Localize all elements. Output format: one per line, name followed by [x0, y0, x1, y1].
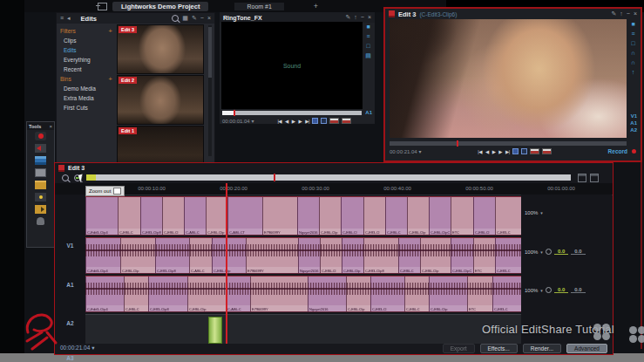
favorites-tool-icon[interactable]: [35, 193, 46, 201]
timeline-clip[interactable]: C-E80-Clip: [212, 238, 247, 273]
sidebar-item-first-cuts[interactable]: First Cuts: [57, 103, 116, 113]
timeline-clip[interactable]: C-E80-Clip: [342, 238, 363, 273]
back-icon[interactable]: ◂: [67, 14, 71, 23]
transport-button[interactable]: ▶: [492, 149, 496, 154]
transport-button[interactable]: ◀: [485, 149, 489, 154]
pan-knob-icon[interactable]: [546, 249, 552, 255]
timeline-timecode[interactable]: 00:00:21.04: [60, 345, 90, 351]
transport-button[interactable]: ▶: [292, 119, 295, 124]
source-video-area[interactable]: Sound: [221, 22, 363, 109]
footer-button-export[interactable]: Export: [443, 344, 475, 353]
folder-tool-icon[interactable]: [35, 181, 46, 189]
grid-view-icon[interactable]: ▦: [182, 14, 188, 23]
timeline-clip[interactable]: C-E80-C: [385, 197, 407, 235]
timeline-clip[interactable]: C-E80-Clip: [407, 197, 429, 235]
view-range-marker[interactable]: [86, 174, 96, 181]
record-label[interactable]: Record: [608, 148, 627, 154]
sidebar-item-demo-media[interactable]: Demo Media: [57, 84, 116, 93]
popout-icon[interactable]: ↑: [620, 10, 623, 18]
export-folder-tool-icon[interactable]: [35, 205, 46, 214]
share-icon[interactable]: ↑: [632, 69, 635, 76]
mark-out-icon[interactable]: [542, 148, 552, 154]
record-icon[interactable]: [632, 149, 636, 154]
edit-icon[interactable]: ✎: [192, 14, 197, 23]
close-icon[interactable]: ×: [634, 10, 637, 18]
timeline-clip[interactable]: C-E83-C: [495, 238, 521, 273]
mark-in-icon[interactable]: [329, 118, 339, 124]
sidebar-item-clips[interactable]: Clips: [57, 36, 116, 45]
transport-button[interactable]: ◀: [285, 119, 288, 124]
timeline-clip[interactable]: C-E80-C: [404, 277, 429, 311]
chevron-down-icon[interactable]: ▾: [92, 345, 94, 351]
timeline-clip[interactable]: E796699Y: [250, 277, 308, 311]
track-label-v1[interactable]: V1: [55, 242, 85, 249]
timeline-clip[interactable]: C-E80-C: [124, 277, 148, 311]
track-label-a3[interactable]: A3: [55, 355, 85, 361]
timeline-clip[interactable]: C-A80-C: [226, 277, 250, 311]
loop-icon[interactable]: ∩: [631, 50, 635, 57]
transport-button[interactable]: ▶|: [305, 119, 309, 124]
room-tab[interactable]: Room #1: [234, 3, 283, 10]
source-scrub-bar[interactable]: [222, 111, 362, 115]
search-icon[interactable]: [172, 15, 179, 22]
menu-icon[interactable]: ≡: [60, 14, 64, 23]
timeline-clip[interactable]: C-E80-Cl: [473, 197, 495, 235]
user-tool-icon[interactable]: [37, 217, 44, 225]
footer-button-effects[interactable]: Effects...: [480, 344, 518, 353]
timeline-clip[interactable]: C-E80-Cl: [162, 197, 184, 235]
level-a1-right[interactable]: 0.0: [571, 249, 585, 255]
playhead-marker[interactable]: [234, 110, 235, 116]
timeline-clip-green[interactable]: [208, 317, 222, 344]
pan-knob-icon[interactable]: [546, 287, 552, 293]
minimize-icon[interactable]: −: [361, 13, 364, 22]
minimize-icon[interactable]: −: [627, 10, 630, 18]
timeline-clip[interactable]: C-E80-Clip: [429, 277, 467, 311]
record-tool-icon[interactable]: [35, 132, 46, 140]
track-badge-a2[interactable]: A2: [630, 127, 637, 133]
sidebar-item-filters[interactable]: Filters+: [57, 26, 116, 36]
add-room-button[interactable]: +: [314, 2, 318, 10]
program-scrub-bar[interactable]: [390, 141, 627, 146]
timeline-clip[interactable]: C-E80-C: [118, 197, 139, 235]
folder-icon[interactable]: ■: [366, 24, 369, 31]
gain-value-a1[interactable]: 100%: [525, 249, 538, 255]
sidebar-item-extra-media[interactable]: Extra Media: [57, 93, 116, 103]
sidebar-item-bins[interactable]: Bins+: [57, 74, 116, 84]
timeline-clip[interactable]: C-E83-Clip8: [155, 238, 190, 273]
timeline-clip[interactable]: ETC: [473, 238, 495, 273]
gain-value-v1[interactable]: 100%: [525, 210, 538, 215]
sidebar-item-everything[interactable]: Everything: [57, 55, 116, 65]
timeline-overview-bar[interactable]: [86, 174, 571, 181]
level-a2-right[interactable]: 0.0: [571, 287, 585, 293]
mark-toggle-icon[interactable]: [512, 148, 519, 154]
folder-icon[interactable]: ■: [631, 21, 634, 28]
edit-icon[interactable]: ✎: [611, 10, 616, 18]
timeline-clip[interactable]: Nguyet2016: [298, 238, 320, 273]
timeline-clip[interactable]: E796699Y: [246, 238, 297, 273]
timeline-playhead[interactable]: [226, 183, 227, 344]
gain-value-a2[interactable]: 100%: [525, 288, 538, 293]
chevron-down-icon[interactable]: ▾: [540, 249, 543, 255]
transport-button[interactable]: ▶: [299, 119, 302, 124]
timeline-clip[interactable]: C-E80-Clip: [319, 197, 341, 235]
timeline-clip[interactable]: C-E80-CI: [341, 197, 363, 235]
track-badge-a1[interactable]: A1: [630, 120, 637, 126]
timeline-clip[interactable]: Nguyet2016: [297, 197, 319, 235]
note-icon[interactable]: ▤: [365, 52, 371, 59]
transport-button[interactable]: |◀: [277, 119, 281, 124]
timeline-ruler[interactable]: 00:00:10.0000:00:20.0000:00:30.0000:00:4…: [55, 183, 613, 195]
edit-icon[interactable]: ✎: [345, 13, 350, 22]
chevron-down-icon[interactable]: ▾: [418, 149, 421, 154]
fit-timeline-icon[interactable]: [590, 174, 599, 182]
transport-button[interactable]: |◀: [478, 149, 482, 154]
chevron-down-icon[interactable]: ▾: [251, 119, 254, 124]
list-icon[interactable]: ≡: [366, 33, 369, 40]
timeline-clip[interactable]: C-E83-Cl: [363, 197, 385, 235]
source-track-badge[interactable]: A1: [365, 110, 372, 115]
timeline-clip[interactable]: C-E83-Clip8: [148, 277, 186, 311]
import-tool-icon[interactable]: [35, 144, 46, 153]
mark-toggle-icon[interactable]: [321, 118, 327, 124]
zoom-out-icon[interactable]: [62, 174, 69, 181]
tiles-tool-icon[interactable]: [35, 156, 46, 165]
close-icon[interactable]: ×: [207, 14, 211, 23]
